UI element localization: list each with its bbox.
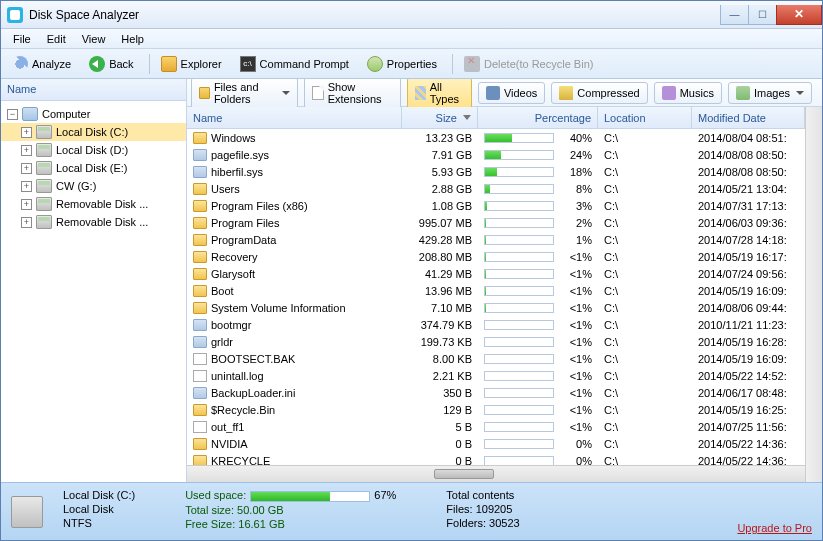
status-contents-info: Total contents Files: 109205 Folders: 30… — [446, 489, 519, 534]
table-row[interactable]: unintall.log2.21 KB<1%C:\2014/05/22 14:5… — [187, 367, 805, 384]
analyze-button[interactable]: Analyze — [5, 53, 78, 75]
table-row[interactable]: BackupLoader.ini350 B<1%C:\2014/06/17 08… — [187, 384, 805, 401]
videos-filter[interactable]: Videos — [478, 82, 545, 104]
file-location: C:\ — [598, 183, 692, 195]
file-list-panel: Files and Folders Show Extensions All Ty… — [187, 79, 822, 482]
drive-label: Local Disk (D:) — [56, 144, 128, 156]
properties-button[interactable]: Properties — [360, 53, 444, 75]
table-row[interactable]: hiberfil.sys5.93 GB18%C:\2014/08/08 08:5… — [187, 163, 805, 180]
tree-node-drive[interactable]: +Removable Disk ... — [1, 213, 186, 231]
tree-node-drive[interactable]: +Local Disk (E:) — [1, 159, 186, 177]
upgrade-link[interactable]: Upgrade to Pro — [737, 522, 812, 534]
drive-icon — [36, 143, 52, 157]
command-prompt-button[interactable]: c:\Command Prompt — [233, 53, 356, 75]
table-row[interactable]: Glarysoft41.29 MB<1%C:\2014/07/24 09:56: — [187, 265, 805, 282]
table-row[interactable]: BOOTSECT.BAK8.00 KB<1%C:\2014/05/19 16:0… — [187, 350, 805, 367]
drive-icon — [36, 197, 52, 211]
explorer-button[interactable]: Explorer — [154, 53, 229, 75]
folder-icon — [199, 87, 210, 99]
expand-icon[interactable]: + — [21, 163, 32, 174]
file-name: System Volume Information — [211, 302, 346, 314]
percentage-bar — [484, 354, 554, 364]
maximize-button[interactable]: ☐ — [748, 5, 776, 25]
column-location[interactable]: Location — [598, 107, 692, 128]
tree-node-drive[interactable]: +Local Disk (D:) — [1, 141, 186, 159]
close-button[interactable]: ✕ — [776, 5, 822, 25]
drive-icon — [36, 179, 52, 193]
percentage-value: 1% — [560, 234, 592, 246]
percentage-value: <1% — [560, 404, 592, 416]
menu-file[interactable]: File — [5, 31, 39, 47]
images-filter[interactable]: Images — [728, 82, 812, 104]
file-size: 8.00 KB — [402, 353, 478, 365]
file-name: BOOTSECT.BAK — [211, 353, 295, 365]
file-location: C:\ — [598, 404, 692, 416]
tree-node-computer[interactable]: −Computer — [1, 105, 186, 123]
file-size: 2.21 KB — [402, 370, 478, 382]
table-row[interactable]: Program Files (x86)1.08 GB3%C:\2014/07/3… — [187, 197, 805, 214]
table-row[interactable]: pagefile.sys7.91 GB24%C:\2014/08/08 08:5… — [187, 146, 805, 163]
menu-help[interactable]: Help — [113, 31, 152, 47]
scroll-thumb[interactable] — [434, 469, 494, 479]
tree-node-drive[interactable]: +Local Disk (C:) — [1, 123, 186, 141]
expand-icon[interactable]: + — [21, 181, 32, 192]
percentage-bar — [484, 235, 554, 245]
vertical-scrollbar[interactable] — [805, 107, 822, 482]
used-space-pct: 67% — [374, 489, 396, 501]
table-row[interactable]: out_ff15 B<1%C:\2014/07/25 11:56: — [187, 418, 805, 435]
expand-icon[interactable]: + — [21, 199, 32, 210]
menu-edit[interactable]: Edit — [39, 31, 74, 47]
tree-node-drive[interactable]: +CW (G:) — [1, 177, 186, 195]
table-row[interactable]: Windows13.23 GB40%C:\2014/08/04 08:51: — [187, 129, 805, 146]
percentage-value: 8% — [560, 183, 592, 195]
back-button[interactable]: Back — [82, 53, 140, 75]
file-location: C:\ — [598, 455, 692, 466]
computer-icon — [22, 107, 38, 121]
column-modified[interactable]: Modified Date — [692, 107, 805, 128]
column-headers: Name Size Percentage Location Modified D… — [187, 107, 805, 129]
column-name[interactable]: Name — [187, 107, 402, 128]
percentage-value: <1% — [560, 421, 592, 433]
table-row[interactable]: grldr199.73 KB<1%C:\2014/05/19 16:28: — [187, 333, 805, 350]
musics-filter[interactable]: Musics — [654, 82, 722, 104]
table-row[interactable]: bootmgr374.79 KB<1%C:\2010/11/21 11:23: — [187, 316, 805, 333]
horizontal-scrollbar[interactable] — [187, 465, 805, 482]
expand-icon[interactable]: + — [21, 217, 32, 228]
expand-icon[interactable]: + — [21, 145, 32, 156]
percentage-value: <1% — [560, 302, 592, 314]
percentage-bar — [484, 133, 554, 143]
drive-tree: −Computer +Local Disk (C:)+Local Disk (D… — [1, 101, 186, 482]
column-percentage[interactable]: Percentage — [478, 107, 598, 128]
table-row[interactable]: NVIDIA0 B0%C:\2014/05/22 14:36: — [187, 435, 805, 452]
menu-view[interactable]: View — [74, 31, 114, 47]
tree-node-drive[interactable]: +Removable Disk ... — [1, 195, 186, 213]
table-row[interactable]: Boot13.96 MB<1%C:\2014/05/19 16:09: — [187, 282, 805, 299]
delete-button[interactable]: Delete(to Recycle Bin) — [457, 53, 600, 75]
table-row[interactable]: Recovery208.80 MB<1%C:\2014/05/19 16:17: — [187, 248, 805, 265]
table-row[interactable]: System Volume Information7.10 MB<1%C:\20… — [187, 299, 805, 316]
collapse-icon[interactable]: − — [7, 109, 18, 120]
table-row[interactable]: Users2.88 GB8%C:\2014/05/21 13:04: — [187, 180, 805, 197]
all-types-filter[interactable]: All Types — [407, 79, 472, 109]
files-folders-filter[interactable]: Files and Folders — [191, 79, 298, 109]
drive-icon — [36, 125, 52, 139]
minimize-button[interactable]: — — [720, 5, 748, 25]
file-location: C:\ — [598, 319, 692, 331]
system-file-icon — [193, 166, 207, 178]
file-modified-date: 2014/05/19 16:25: — [692, 404, 805, 416]
column-size[interactable]: Size — [402, 107, 478, 128]
compressed-filter[interactable]: Compressed — [551, 82, 647, 104]
table-row[interactable]: KRECYCLE0 B0%C:\2014/05/22 14:36: — [187, 452, 805, 465]
table-row[interactable]: Program Files995.07 MB2%C:\2014/06/03 09… — [187, 214, 805, 231]
table-row[interactable]: $Recycle.Bin129 B<1%C:\2014/05/19 16:25: — [187, 401, 805, 418]
expand-icon[interactable]: + — [21, 127, 32, 138]
filter-bar: Files and Folders Show Extensions All Ty… — [187, 79, 822, 107]
table-row[interactable]: ProgramData429.28 MB1%C:\2014/07/28 14:1… — [187, 231, 805, 248]
show-extensions-filter[interactable]: Show Extensions — [304, 79, 400, 109]
folder-icon — [193, 183, 207, 195]
folder-icon — [193, 251, 207, 263]
file-icon — [193, 421, 207, 433]
file-size: 0 B — [402, 455, 478, 466]
file-size: 1.08 GB — [402, 200, 478, 212]
file-size: 0 B — [402, 438, 478, 450]
